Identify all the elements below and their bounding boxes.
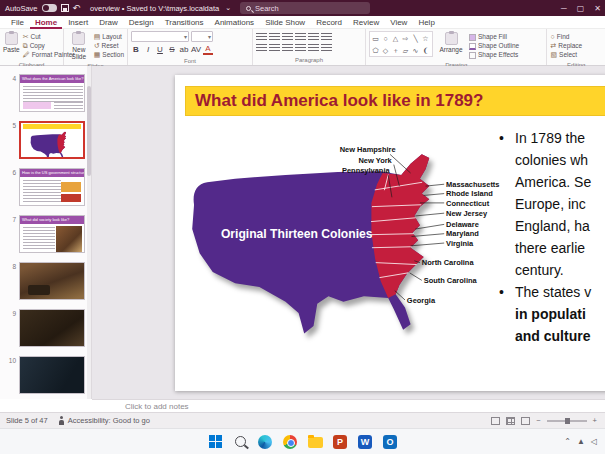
slide-thumbnail-6[interactable]: How is the US government structured? <box>19 168 85 206</box>
menu-tab-file[interactable]: File <box>6 16 29 29</box>
zoom-in-icon[interactable]: + <box>593 416 597 425</box>
font-size-combobox[interactable] <box>191 31 213 42</box>
outlook-button[interactable]: O <box>382 434 398 450</box>
line-spacing-icon[interactable] <box>308 33 319 42</box>
slide-thumbnail-9[interactable] <box>19 309 85 347</box>
slide-thumbnail-5-selected[interactable] <box>19 121 85 159</box>
title-dropdown-caret[interactable]: ⌄ <box>225 4 231 12</box>
align-right-icon[interactable] <box>269 44 280 53</box>
chrome-browser-button[interactable] <box>282 434 298 450</box>
powerpoint-button[interactable]: P <box>332 434 348 450</box>
bold-icon[interactable]: B <box>131 45 141 55</box>
search-box[interactable]: Search <box>240 2 370 14</box>
slideshow-view-icon[interactable] <box>521 417 530 425</box>
menu-tab-view[interactable]: View <box>385 16 412 29</box>
character-spacing-icon[interactable]: AV <box>191 45 201 55</box>
shapes-gallery[interactable]: ▭ ○ △ ⇨ ╲ ☆ ⬠ ◇ ＋ ▱ ∿ ❨ <box>369 31 433 57</box>
menu-tab-review[interactable]: Review <box>348 16 384 29</box>
slide-canvas[interactable]: What did America look like in 1789? <box>175 75 605 391</box>
minimize-button[interactable]: ─ <box>561 4 567 13</box>
arrow-shape-icon[interactable]: ⇨ <box>401 33 410 44</box>
slide-sorter-view-icon[interactable] <box>506 417 515 425</box>
menu-tab-transitions[interactable]: Transitions <box>160 16 209 29</box>
autosave-toggle[interactable] <box>42 4 57 12</box>
star-shape-icon[interactable]: ☆ <box>421 33 430 44</box>
text-shadow-icon[interactable]: ab <box>179 45 189 55</box>
thirteen-colonies-map[interactable]: Original Thirteen Colonies New Hampshire… <box>181 143 503 344</box>
file-explorer-button[interactable] <box>307 434 323 450</box>
plus-shape-icon[interactable]: ＋ <box>391 45 400 56</box>
menu-tab-help[interactable]: Help <box>413 16 439 29</box>
slide-title-box[interactable]: What did America look like in 1789? <box>185 86 605 116</box>
menu-tab-slideshow[interactable]: Slide Show <box>260 16 310 29</box>
document-title[interactable]: overview • Saved to V:\tmays.localdata <box>90 4 219 13</box>
justify-icon[interactable] <box>282 44 293 53</box>
scrollbar-thumb[interactable] <box>87 86 91 176</box>
word-button[interactable]: W <box>357 434 373 450</box>
shape-fill-button[interactable]: Shape Fill <box>469 33 519 41</box>
rectangle-shape-icon[interactable]: ▭ <box>371 33 380 44</box>
bracket-shape-icon[interactable]: ❨ <box>421 45 430 56</box>
numbering-icon[interactable] <box>269 33 280 42</box>
zoom-out-icon[interactable]: − <box>536 416 540 425</box>
new-slide-button[interactable]: New Slide <box>67 31 91 60</box>
find-button[interactable]: ○Find <box>550 33 582 41</box>
slide-thumbnail-4[interactable]: What does the American look like? <box>19 74 85 112</box>
edge-browser-button[interactable] <box>257 434 273 450</box>
shape-effects-button[interactable]: Shape Effects <box>469 51 519 59</box>
sidebar-scrollbar[interactable] <box>87 66 91 399</box>
columns-icon[interactable] <box>295 44 306 53</box>
volume-icon[interactable]: ◁ <box>591 437 597 446</box>
slide-thumbnail-7[interactable]: What did society look like? <box>19 215 85 253</box>
taskbar-search-button[interactable] <box>232 434 248 450</box>
ellipse-shape-icon[interactable]: ○ <box>381 33 390 44</box>
font-color-icon[interactable]: A <box>203 45 213 55</box>
pentagon-shape-icon[interactable]: ⬠ <box>371 45 380 56</box>
line-shape-icon[interactable]: ╲ <box>411 33 420 44</box>
align-left-icon[interactable] <box>321 33 332 42</box>
close-button[interactable]: ✕ <box>594 4 601 13</box>
shape-outline-button[interactable]: Shape Outline <box>469 42 519 50</box>
triangle-shape-icon[interactable]: △ <box>391 33 400 44</box>
menu-tab-record[interactable]: Record <box>311 16 347 29</box>
slide-thumbnail-10[interactable] <box>19 356 85 394</box>
diamond-shape-icon[interactable]: ◇ <box>381 45 390 56</box>
bullets-icon[interactable] <box>256 33 267 42</box>
slide-thumbnail-8[interactable] <box>19 262 85 300</box>
network-icon[interactable]: ▲ <box>577 437 585 446</box>
align-center-icon[interactable] <box>256 44 267 53</box>
system-tray[interactable]: ⌃ ▲ ◁ <box>564 429 597 454</box>
curve-shape-icon[interactable]: ∿ <box>411 45 420 56</box>
italic-icon[interactable]: I <box>143 45 153 55</box>
start-button[interactable] <box>207 434 223 450</box>
arrange-button[interactable]: Arrange <box>436 31 466 53</box>
align-text-icon[interactable] <box>321 44 332 53</box>
save-icon[interactable] <box>61 4 69 12</box>
strikethrough-icon[interactable]: S <box>167 45 177 55</box>
callout-shape-icon[interactable]: ▱ <box>401 45 410 56</box>
menu-tab-home[interactable]: Home <box>30 16 62 29</box>
zoom-slider[interactable] <box>547 420 587 422</box>
menu-tab-animations[interactable]: Animations <box>210 16 260 29</box>
indent-increase-icon[interactable] <box>295 33 306 42</box>
menu-tab-design[interactable]: Design <box>124 16 159 29</box>
select-button[interactable]: ▧Select <box>550 51 582 59</box>
font-name-combobox[interactable] <box>131 31 189 42</box>
paste-button[interactable]: Paste <box>3 31 20 53</box>
notes-pane[interactable]: Click to add notes <box>92 399 605 412</box>
section-button[interactable]: ▦Section <box>94 51 124 59</box>
normal-view-icon[interactable] <box>491 417 500 425</box>
maximize-button[interactable]: ▢ <box>577 4 585 13</box>
accessibility-status[interactable]: Accessibility: Good to go <box>58 416 150 425</box>
underline-icon[interactable]: U <box>155 45 165 55</box>
reset-button[interactable]: ↺Reset <box>94 42 124 50</box>
undo-icon[interactable]: ↶ <box>73 4 81 13</box>
layout-button[interactable]: ▤Layout <box>94 33 124 41</box>
indent-decrease-icon[interactable] <box>282 33 293 42</box>
text-direction-icon[interactable] <box>308 44 319 53</box>
slide-body-text[interactable]: In 1789 the colonies wh America. Se Euro… <box>497 127 605 347</box>
menu-tab-insert[interactable]: Insert <box>63 16 93 29</box>
replace-button[interactable]: ⇄Replace <box>550 42 582 50</box>
tray-chevron-icon[interactable]: ⌃ <box>564 437 571 446</box>
menu-tab-draw[interactable]: Draw <box>94 16 123 29</box>
